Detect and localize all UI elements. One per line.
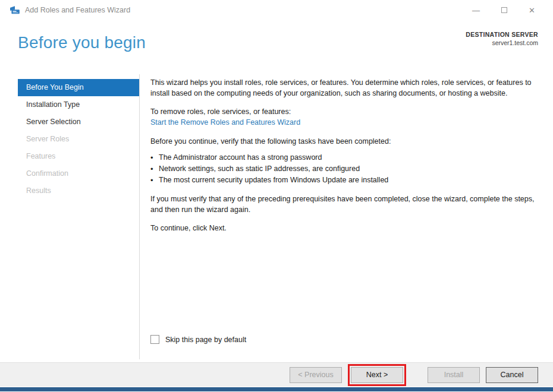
skip-page-checkbox[interactable]: [150, 335, 159, 344]
sidebar-item-server-selection[interactable]: Server Selection: [18, 113, 139, 131]
maximize-icon: [501, 7, 507, 13]
list-item-text: Network settings, such as static IP addr…: [159, 163, 360, 175]
list-item-text: The most current security updates from W…: [159, 175, 388, 186]
minimize-button[interactable]: —: [462, 0, 490, 20]
annotation-highlight-box: Next >: [348, 364, 406, 386]
destination-server-label: DESTINATION SERVER: [466, 31, 538, 38]
page-title: Before you begin: [18, 33, 146, 52]
skip-page-label: Skip this page by default: [165, 336, 246, 344]
bottom-accent-bar: [0, 387, 553, 391]
list-item: • Network settings, such as static IP ad…: [150, 163, 541, 175]
sidebar-item-installation-type[interactable]: Installation Type: [18, 96, 139, 113]
sidebar-item-confirmation: Confirmation: [18, 165, 139, 182]
cancel-button[interactable]: Cancel: [486, 367, 538, 383]
wizard-steps-nav: Before You Begin Installation Type Serve…: [18, 79, 139, 200]
sidebar-item-before-you-begin[interactable]: Before You Begin: [18, 79, 139, 96]
sidebar-item-results: Results: [18, 182, 139, 200]
install-button: Install: [428, 367, 480, 383]
wizard-window: Add Roles and Features Wizard — ✕ Before…: [0, 0, 553, 392]
intro-paragraph: This wizard helps you install roles, rol…: [150, 77, 541, 99]
remove-roles-link[interactable]: Start the Remove Roles and Features Wiza…: [150, 117, 541, 128]
sidebar-item-server-roles: Server Roles: [18, 131, 139, 148]
main-content: This wizard helps you install roles, rol…: [150, 77, 541, 233]
bullet-dot-icon: •: [150, 175, 159, 186]
roles-and-features-wizard-icon: [10, 5, 20, 15]
title-bar: Add Roles and Features Wizard — ✕: [0, 0, 553, 20]
destination-server-block: DESTINATION SERVER server1.test.com: [466, 31, 538, 46]
verify-tasks-line: Before you continue, verify that the fol…: [150, 136, 541, 147]
footer-button-bar: < Previous Next > Install Cancel: [0, 362, 553, 387]
continue-line: To continue, click Next.: [150, 223, 541, 233]
bullet-dot-icon: •: [150, 163, 159, 175]
sidebar-divider: [139, 74, 140, 359]
bullet-dot-icon: •: [150, 152, 159, 163]
prereq-warning-paragraph: If you must verify that any of the prece…: [150, 194, 541, 215]
close-button[interactable]: ✕: [518, 0, 546, 20]
sidebar-item-features: Features: [18, 148, 139, 165]
previous-button: < Previous: [290, 367, 342, 383]
next-button[interactable]: Next >: [351, 367, 403, 383]
maximize-button[interactable]: [490, 0, 518, 20]
list-item: • The Administrator account has a strong…: [150, 152, 541, 163]
list-item: • The most current security updates from…: [150, 175, 541, 186]
remove-roles-line: To remove roles, role services, or featu…: [150, 106, 541, 117]
list-item-text: The Administrator account has a strong p…: [159, 152, 322, 163]
destination-server-name: server1.test.com: [466, 39, 538, 46]
skip-page-row: Skip this page by default: [150, 335, 246, 344]
window-title: Add Roles and Features Wizard: [25, 0, 130, 20]
prerequisite-list: • The Administrator account has a strong…: [150, 152, 541, 186]
